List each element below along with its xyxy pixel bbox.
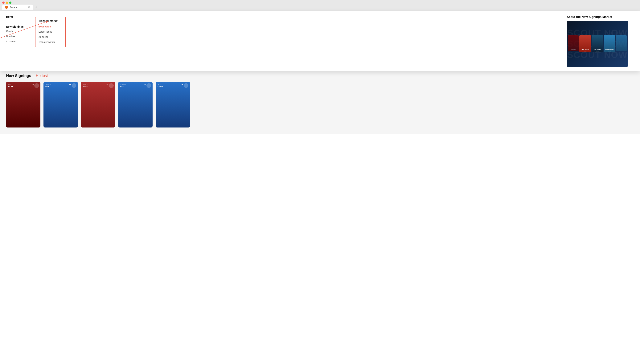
tab-title: Sorare [10,6,17,9]
scout-player-2-name: Xavi Simons [591,49,603,50]
dropdown-item-cards[interactable]: Cards [6,30,24,32]
dropdown-item-bundles[interactable]: Bundles [6,35,24,38]
player-card-4[interactable]: 2020-21 6/10 15 [118,82,153,128]
dropdown-new-signings-items: Cards Bundles #1 serial [6,30,24,43]
player-card-2[interactable]: 2020-21 9/10 33 [44,82,78,128]
player-card-4-serial: 6/10 [120,86,124,88]
scout-section: Scout the New Signings Market SCOUT NOWS… [561,15,634,67]
player-card-2-badge [72,83,76,88]
scout-card-4: Damir Kreilach Willfire [604,35,615,52]
traffic-light-red[interactable] [2,2,5,4]
transfer-market-1serial[interactable]: #1 serial [39,34,62,40]
browser-tab[interactable]: Sorare ✕ [2,4,33,10]
player-card-3-num: 38 [106,84,108,86]
tab-close-button[interactable]: ✕ [28,6,30,9]
new-signings-header: New Signings – Hottest [6,74,634,78]
scout-card-1: Giannani [568,35,578,51]
player-card-5-year: 2020-21 [158,84,163,86]
player-card-5-num: 26 [181,84,183,86]
dropdown-col-left: Home New Signings Cards Bundles #1 seria… [6,15,24,67]
dropdown-home-label[interactable]: Home [6,15,24,18]
player-card-5-badge [184,83,188,88]
player-card-4-badge [147,83,151,88]
transfer-market-watch[interactable]: Transfer watch [39,40,62,44]
player-card-1-year: 2021 [8,84,12,86]
player-card-2-serial: 9/10 [45,86,49,88]
scout-card-2: Quinn Sullivan Willfire [579,35,591,52]
player-card-3-badge [109,83,114,88]
dropdown-item-1-serial[interactable]: #1 serial [6,40,24,43]
player-card-3-year: 2020-21 [83,84,88,86]
player-card-2-num: 33 [69,84,71,86]
scout-player-1-name: Quinn Sullivan [579,49,591,50]
scout-card-5 [616,35,627,51]
new-signings-section: New Signings – Hottest 2021 14/100 70 20… [0,68,640,134]
player-card-1-badge [34,83,39,88]
new-signings-title: New Signings [6,74,31,78]
player-card-1-serial: 14/100 [8,86,13,88]
player-card-2-year: 2020-21 [45,84,51,86]
scout-player-3-name: Damir Kreilach [604,49,615,50]
scout-player-3-team: Willfire [604,50,615,52]
transfer-market-best-value[interactable]: Best value [39,24,62,29]
player-card-3[interactable]: 2020-21 22/100 38 [81,82,115,128]
dropdown-new-signings-label[interactable]: New Signings [6,25,24,28]
transfer-market-box: Transfer Market Best value Latest listin… [35,17,66,47]
player-card-1-num: 70 [32,84,34,86]
player-cards-grid: 2021 14/100 70 2020-21 9/10 33 2020-21 2… [6,82,634,128]
player-card-5-serial: 42/100 [158,86,163,88]
arrow-transfer-area: Transfer Market Best value Latest listin… [35,15,66,67]
dropdown-menu: Home New Signings Cards Bundles #1 seria… [0,11,640,71]
transfer-market-label: Transfer Market [39,20,62,22]
traffic-light-green[interactable] [9,2,12,4]
new-tab-button[interactable]: + [34,4,39,10]
new-tab-icon: + [35,5,37,9]
scout-player-cards: Giannani Quinn Sullivan Willfire Xavi Si… [567,32,628,56]
scout-image[interactable]: SCOUT NOWSCOUT NOWSCOUT NOW Giannani Qui… [567,21,628,67]
transfer-market-latest[interactable]: Latest listing [39,29,62,34]
player-card-3-serial: 22/100 [83,86,88,88]
scout-player-1-team: Willfire [579,50,591,52]
player-card-4-num: 15 [144,84,146,86]
new-signings-subtitle: – Hottest [33,74,48,78]
scout-player-2-team: Willfire [591,50,603,52]
scout-card-3: Xavi Simons Willfire [591,35,603,52]
player-card-5[interactable]: 2020-21 42/100 26 [156,82,190,128]
app-container: Market Play My Club Community T ☰ 1 🔍 [0,19,640,364]
scout-section-title: Scout the New Signings Market [567,15,628,19]
player-card-4-year: 2020-21 [120,84,126,86]
player-card-1[interactable]: 2021 14/100 70 [6,82,41,128]
tab-favicon [5,6,8,9]
traffic-light-yellow[interactable] [6,2,8,4]
